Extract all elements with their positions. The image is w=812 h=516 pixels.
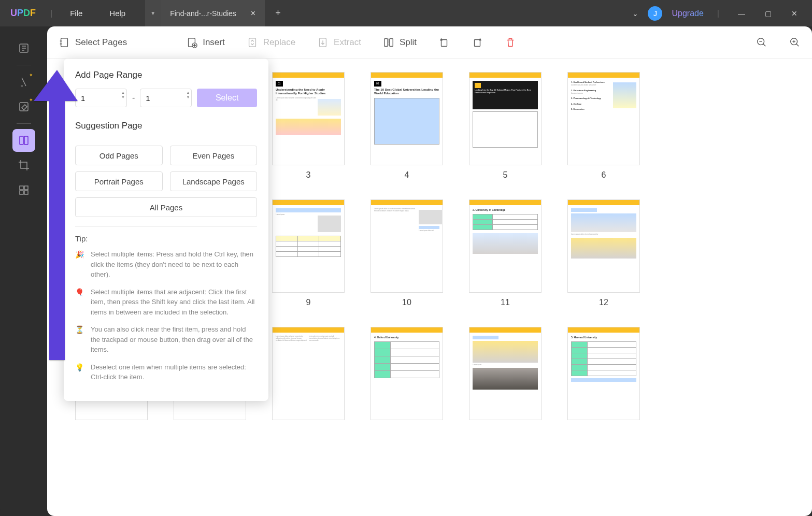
page-thumb-20[interactable]: 5. Harvard University xyxy=(567,327,640,420)
range-title: Add Page Range xyxy=(75,70,257,80)
range-dash: - xyxy=(132,93,135,103)
odd-pages-button[interactable]: Odd Pages xyxy=(75,146,163,165)
select-pages-label: Select Pages xyxy=(75,37,127,48)
rotate-right-tool[interactable] xyxy=(472,37,483,48)
reader-mode-button[interactable] xyxy=(12,37,35,60)
page-thumb-10[interactable]: Lorem ipsum dolor sit amet consectetur e… xyxy=(371,199,443,307)
svg-rect-11 xyxy=(249,38,255,47)
range-from-input[interactable] xyxy=(75,89,127,107)
maximize-button[interactable]: ▢ xyxy=(760,7,777,20)
tools-button[interactable] xyxy=(12,179,35,202)
organize-pages-button[interactable] xyxy=(12,129,35,152)
tab-title: Find-and-...r-Studies xyxy=(170,9,236,18)
page-thumb-6[interactable]: 1. Health and Medical ProfessionsLorem i… xyxy=(567,72,640,180)
page-number: 11 xyxy=(501,298,510,307)
even-pages-button[interactable]: Even Pages xyxy=(170,146,258,165)
page-number: 5 xyxy=(503,170,508,180)
tip-text: You can also click near the first item, … xyxy=(91,324,257,355)
page-number: 10 xyxy=(402,298,411,307)
user-avatar[interactable]: J xyxy=(648,6,662,21)
hourglass-icon: ⏳ xyxy=(75,324,84,355)
insert-label: Insert xyxy=(203,37,225,48)
svg-rect-15 xyxy=(441,39,447,46)
split-tool[interactable]: Split xyxy=(383,37,417,48)
spinner-down-icon[interactable]: ▼ xyxy=(121,95,125,99)
page-toolbar: Select Pages Insert Replace Extract Spli… xyxy=(47,26,812,59)
left-sidebar: ✦ ✦ xyxy=(0,26,47,516)
range-to-input[interactable] xyxy=(140,89,192,107)
document-tab[interactable]: Find-and-...r-Studies × xyxy=(161,0,265,26)
page-number: 6 xyxy=(602,170,606,180)
page-number: 12 xyxy=(599,298,608,307)
svg-rect-13 xyxy=(384,38,388,46)
upgrade-link[interactable]: Upgrade xyxy=(672,9,703,18)
tip-text: Select multiple items: Press and hold th… xyxy=(91,249,257,280)
zoom-out-tool[interactable] xyxy=(756,37,767,48)
spinner-up-icon[interactable]: ▲ xyxy=(186,91,190,94)
portrait-pages-button[interactable]: Portrait Pages xyxy=(75,171,163,191)
replace-label: Replace xyxy=(263,37,295,48)
party-icon: 🎉 xyxy=(75,249,84,280)
close-button[interactable]: ✕ xyxy=(786,7,803,20)
select-pages-popup: Add Page Range ▲▼ - ▲▼ Select Suggestion… xyxy=(64,59,268,401)
select-button[interactable]: Select xyxy=(197,89,257,107)
page-thumb-11[interactable]: 2. University of Cambridge11 xyxy=(469,199,542,307)
title-bar: UPDF | File Help ▼ Find-and-...r-Studies… xyxy=(0,0,812,26)
svg-rect-3 xyxy=(24,136,28,145)
delete-tool[interactable] xyxy=(505,37,516,48)
svg-rect-16 xyxy=(475,39,480,46)
svg-rect-14 xyxy=(390,38,393,46)
menu-help[interactable]: Help xyxy=(96,9,139,18)
rotate-left-tool[interactable] xyxy=(438,37,450,48)
select-pages-tool[interactable]: Select Pages xyxy=(59,37,127,48)
chevron-down-icon[interactable]: ⌄ xyxy=(632,9,638,18)
split-label: Split xyxy=(400,37,417,48)
tip-text: Select multiple items that are adjacent:… xyxy=(91,287,257,318)
annotate-button[interactable]: ✦ xyxy=(12,70,35,93)
page-thumb-3[interactable]: 01Understanding the Need to Apply Intern… xyxy=(272,72,345,180)
extract-label: Extract xyxy=(334,37,361,48)
replace-tool[interactable]: Replace xyxy=(247,37,295,48)
suggest-title: Suggestion Page xyxy=(75,121,257,131)
balloon-icon: 🎈 xyxy=(75,287,84,318)
page-thumb-17[interactable]: Lorem ipsum dolor sit amet consectetur a… xyxy=(272,327,345,420)
page-thumb-5[interactable]: Looking Into the Top 10 Subject Majors T… xyxy=(469,72,542,180)
all-pages-button[interactable]: All Pages xyxy=(75,197,257,217)
edit-button[interactable]: ✦ xyxy=(12,95,35,118)
divider: | xyxy=(46,9,56,18)
svg-rect-2 xyxy=(20,136,23,145)
page-thumb-4[interactable]: 02The 10 Best Global Universities Leadin… xyxy=(371,72,443,180)
page-number: 4 xyxy=(405,170,409,180)
page-thumb-19[interactable]: Lorem ipsum xyxy=(469,327,542,420)
spinner-up-icon[interactable]: ▲ xyxy=(121,91,125,94)
divider: | xyxy=(713,9,723,18)
tip-text: Deselect one item when multiple items ar… xyxy=(91,362,257,382)
svg-rect-6 xyxy=(20,191,23,194)
page-thumb-9[interactable]: Lorem ipsum9 xyxy=(272,199,345,307)
close-tab-icon[interactable]: × xyxy=(251,9,255,18)
insert-tool[interactable]: Insert xyxy=(186,37,225,48)
page-number: 9 xyxy=(306,298,311,307)
spinner-down-icon[interactable]: ▼ xyxy=(186,95,190,99)
page-thumb-18[interactable]: 4. Oxford University xyxy=(371,327,443,420)
app-logo: UPDF xyxy=(0,8,46,19)
zoom-in-tool[interactable] xyxy=(789,37,801,48)
minimize-button[interactable]: — xyxy=(733,7,750,20)
svg-rect-8 xyxy=(61,38,68,47)
page-number: 3 xyxy=(306,170,311,180)
crop-button[interactable] xyxy=(12,154,35,177)
page-thumb-12[interactable]: Lorem ipsum dolor sit amet consectetur12 xyxy=(567,199,640,307)
svg-rect-7 xyxy=(24,191,28,194)
tip-title: Tip: xyxy=(75,234,257,243)
svg-rect-4 xyxy=(20,186,23,190)
landscape-pages-button[interactable]: Landscape Pages xyxy=(170,171,258,191)
tab-list-dropdown[interactable]: ▼ xyxy=(145,0,161,26)
menu-file[interactable]: File xyxy=(56,9,96,18)
extract-tool[interactable]: Extract xyxy=(317,37,361,48)
new-tab-button[interactable]: + xyxy=(265,0,291,26)
svg-rect-5 xyxy=(24,186,28,190)
bulb-icon: 💡 xyxy=(75,362,84,382)
